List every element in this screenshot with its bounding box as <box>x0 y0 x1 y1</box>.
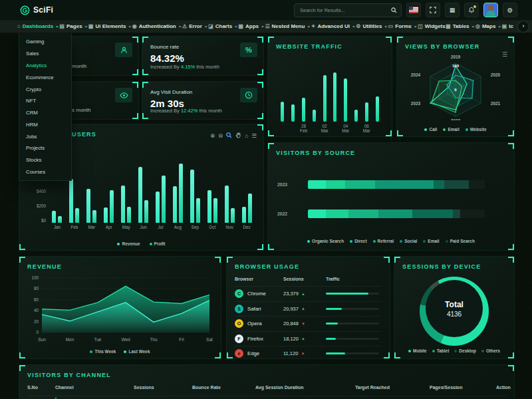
nav-item-utilities[interactable]: ⚙Utilities⌄ <box>356 23 388 29</box>
nav-item-forms[interactable]: ▭Forms⌄ <box>388 23 418 29</box>
traffic-bar-cell <box>351 68 362 122</box>
menu-icon[interactable]: ☰ <box>251 133 257 139</box>
search-icon[interactable] <box>391 7 397 13</box>
svg-text:80: 80 <box>34 286 39 291</box>
dropdown-item-analytics[interactable]: Analytics <box>19 60 71 72</box>
nav-item-pages[interactable]: ▤Pages⌄ <box>59 23 88 29</box>
search-box[interactable] <box>294 3 402 17</box>
dropdown-item-crm[interactable]: CRM <box>19 107 71 119</box>
dropdown-item-gaming[interactable]: Gaming <box>19 36 71 48</box>
sessions-value: 18,120 <box>283 336 299 342</box>
settings-button[interactable]: ⚙ <box>503 3 517 17</box>
traffic-bar <box>323 75 327 122</box>
dropdown-item-jobs[interactable]: Jobs <box>19 130 71 142</box>
nav-item-maps[interactable]: ◎Maps⌄ <box>475 23 501 29</box>
dropdown-item-projects[interactable]: Projects <box>19 142 71 154</box>
nav-item-charts[interactable]: ◪Charts⌄ <box>208 23 238 29</box>
svg-text:2022: 2022 <box>451 118 461 120</box>
dropdown-item-sales[interactable]: Sales <box>19 48 71 60</box>
traffic-track <box>326 338 379 340</box>
sessions-cell: 11,120▼ <box>283 350 326 356</box>
chevron-down-icon: ⌄ <box>55 23 59 29</box>
bar-profit <box>162 176 166 223</box>
zoom-in-icon[interactable]: ⊕ <box>210 133 215 139</box>
source-legend: Organic SearchDirectReferralSocialEmailP… <box>268 239 514 243</box>
language-flag-button[interactable] <box>406 3 421 17</box>
zoom-out-icon[interactable]: ⊖ <box>218 133 223 139</box>
legend-label: Direct <box>354 239 366 243</box>
svg-text:100: 100 <box>452 64 460 68</box>
channel-col-sessions: Sessions <box>134 385 192 390</box>
chrome-icon: C <box>235 289 243 298</box>
dropdown-item-nft[interactable]: NFT <box>19 95 71 107</box>
nav-item-apps[interactable]: ▩Apps⌄ <box>238 23 264 29</box>
x-axis-label: Apr <box>100 225 118 229</box>
legend-dot <box>400 240 402 243</box>
browser-row-safari[interactable]: SSafari20,937▲ <box>235 301 382 317</box>
notifications-button[interactable] <box>464 3 479 17</box>
visit-delta: 12.42% <box>181 108 198 114</box>
users-chart <box>49 159 255 223</box>
radar-legend: CallEmailWebsite <box>397 127 514 132</box>
sessions-cell: 18,120▲ <box>283 336 326 342</box>
source-segment <box>434 180 444 189</box>
browser-name: Firefox <box>247 336 263 342</box>
nav-label: Ic <box>509 23 513 29</box>
browser-cell: SSafari <box>235 305 283 313</box>
dropdown-item-crypto[interactable]: Crypto <box>19 83 71 95</box>
bar-revenue <box>173 186 177 223</box>
device-legend: MobileTabletDesktopOthers <box>394 348 514 353</box>
bar-revenue <box>138 167 142 223</box>
nav-item-error[interactable]: ⚠Error⌄ <box>182 23 208 29</box>
legend-label: Tablet <box>437 348 450 353</box>
user-avatar[interactable] <box>483 3 498 17</box>
search-input[interactable] <box>299 7 391 14</box>
home-icon[interactable]: ⌂ <box>245 133 248 139</box>
nav-item-nested-menu[interactable]: ☰Nested Menu⌄ <box>265 23 311 29</box>
legend-dot <box>307 240 310 243</box>
traffic-bar-cell <box>288 68 299 122</box>
dropdown-item-courses[interactable]: Courses <box>19 166 71 178</box>
svg-text:Wed: Wed <box>121 337 130 342</box>
nav-label: Apps <box>245 23 259 29</box>
source-segment <box>444 180 469 189</box>
nav-item-widgets[interactable]: ◫Widgets <box>418 23 446 29</box>
traffic-cell <box>326 293 382 295</box>
bar-profit <box>179 164 183 223</box>
selection-zoom-icon[interactable] <box>226 132 232 140</box>
legend-label: Revenue <box>122 241 140 246</box>
arrow-up-icon: ▲ <box>301 307 305 311</box>
nav-item-tables[interactable]: ▦Tables⌄ <box>446 23 475 29</box>
browser-row-opera[interactable]: OOpera20,848▼ <box>235 316 382 331</box>
source-segment <box>326 180 345 189</box>
logo[interactable]: SciFi <box>20 5 53 15</box>
bar-group-aug <box>169 164 186 223</box>
fullscreen-button[interactable] <box>426 3 440 17</box>
nav-item-authentication[interactable]: ◉Authentication⌄ <box>132 23 182 29</box>
nav-label: Advanced UI <box>317 23 349 29</box>
nav-label: Forms <box>395 23 411 29</box>
chevron-down-icon: ⌄ <box>234 23 238 29</box>
browser-row-firefox[interactable]: FFirefox18,120▲ <box>235 331 382 346</box>
traffic-cell <box>326 323 382 325</box>
eye-icon <box>115 88 132 102</box>
revenue-card: REVENUE 100806040200SunMonTueWedThuFriSa… <box>19 256 221 359</box>
svg-text:Sat: Sat <box>206 337 213 342</box>
dropdown-item-stocks[interactable]: Stocks <box>19 154 71 166</box>
legend-dot <box>90 350 92 353</box>
nav-item-ic[interactable]: ▣Ic <box>502 23 513 29</box>
nav-next-button[interactable]: › <box>517 21 529 33</box>
nav-item-advanced-ui[interactable]: ✦Advanced UI⌄ <box>311 23 356 29</box>
pan-icon[interactable] <box>235 132 241 140</box>
bar-profit <box>196 198 200 223</box>
dropdown-item-hrm[interactable]: HRM <box>19 118 71 130</box>
browser-row-edge[interactable]: eEdge11,120▼ <box>235 346 382 361</box>
nav-item-ui-elements[interactable]: ▦Ui Elements⌄ <box>88 23 132 29</box>
dropdown-item-ecommerce[interactable]: Ecommerce <box>19 71 71 83</box>
traffic-bar-cell <box>309 68 319 122</box>
apps-button[interactable]: ▦ <box>445 3 460 17</box>
x-axis-label: May <box>118 225 135 229</box>
channel-row[interactable] <box>27 396 506 399</box>
browser-row-chrome[interactable]: CChrome23,379▲ <box>235 286 382 301</box>
nav-item-dashboards[interactable]: ⌂Dashboards⌄ <box>17 23 59 29</box>
